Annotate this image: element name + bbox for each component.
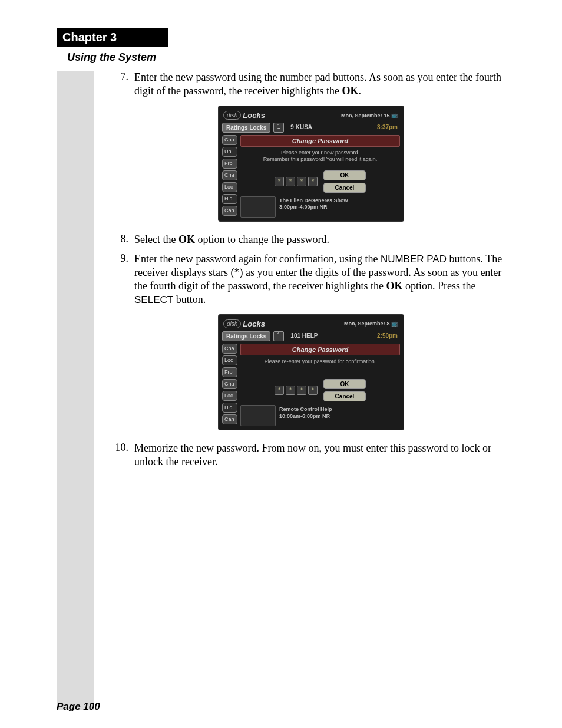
step-number: 8.: [107, 233, 134, 246]
screen-title: Locks: [243, 319, 265, 328]
side-tabs: Cha Loc Fro Cha Loc Hid Can: [222, 344, 237, 426]
password-digit: *: [308, 386, 318, 395]
select-label: SELECT: [134, 294, 173, 305]
password-field[interactable]: * * * *: [275, 177, 318, 186]
side-tabs: Cha Unl Fro Cha Loc Hid Can: [222, 135, 237, 218]
side-tab[interactable]: Loc: [222, 391, 237, 401]
date-label: Mon, September 15 📺: [341, 113, 398, 118]
password-digit: *: [297, 177, 306, 186]
step-number: 10.: [107, 442, 134, 469]
ok-label: OK: [342, 85, 358, 97]
dialog-title: Change Password: [240, 344, 400, 355]
password-digit: *: [275, 177, 284, 186]
step-text: Memorize the new password. From now on, …: [134, 442, 515, 469]
text: .: [358, 85, 361, 97]
screen-title: Locks: [243, 111, 265, 120]
channel-number: 1: [273, 123, 284, 133]
side-tab[interactable]: Cha: [222, 379, 237, 389]
ratings-locks-tab[interactable]: Ratings Locks: [222, 331, 270, 341]
dish-logo: dish: [223, 319, 241, 328]
ok-label: OK: [386, 280, 402, 292]
clock: 3:37pm: [375, 123, 400, 133]
dialog-message: Please re-enter your password for confir…: [240, 358, 400, 365]
channel-name: 9 KUSA: [287, 123, 372, 133]
password-digit: *: [286, 386, 295, 395]
ok-button[interactable]: OK: [323, 170, 366, 180]
password-digit: *: [297, 386, 306, 395]
text: option. Press the: [402, 280, 475, 292]
clock: 2:50pm: [375, 331, 400, 341]
dish-logo: dish: [223, 111, 241, 120]
side-tab[interactable]: Fro: [222, 367, 237, 377]
step-text: Enter the new password using the number …: [134, 71, 515, 98]
side-tab[interactable]: Unl: [222, 147, 237, 157]
side-tab[interactable]: Can: [222, 414, 237, 424]
side-tab[interactable]: Fro: [222, 159, 237, 169]
section-title: Using the System: [67, 51, 515, 64]
ok-label: OK: [178, 233, 195, 245]
screenshot-1: dish Locks Mon, September 15 📺 Ratings L…: [219, 106, 404, 221]
side-tab[interactable]: Loc: [222, 182, 237, 192]
side-tab[interactable]: Hid: [222, 403, 237, 413]
text: Enter the new password using the number …: [134, 71, 501, 97]
step-7: 7. Enter the new password using the numb…: [107, 71, 515, 98]
password-field[interactable]: * * * *: [275, 386, 318, 395]
side-tab[interactable]: Cha: [222, 135, 237, 145]
step-text: Enter the new password again for confirm…: [134, 252, 515, 307]
side-tab[interactable]: Cha: [222, 170, 237, 180]
step-text: Select the OK option to change the passw…: [134, 233, 515, 246]
step-9: 9. Enter the new password again for conf…: [107, 252, 515, 307]
ratings-locks-tab[interactable]: Ratings Locks: [222, 123, 270, 133]
side-tab[interactable]: Hid: [222, 194, 237, 204]
dialog-title: Change Password: [240, 135, 400, 147]
step-number: 7.: [107, 71, 134, 98]
text: option to change the password.: [195, 233, 329, 245]
password-digit: *: [286, 177, 295, 186]
password-digit: *: [275, 386, 284, 395]
number-pad-label: NUMBER PAD: [381, 253, 447, 265]
channel-number: 1: [273, 331, 284, 341]
side-tab[interactable]: Loc: [222, 355, 237, 365]
step-number: 9.: [107, 252, 134, 307]
ok-button[interactable]: OK: [323, 379, 366, 389]
text: Enter the new password again for confirm…: [134, 253, 381, 265]
side-tab[interactable]: Cha: [222, 344, 237, 354]
side-tab[interactable]: Can: [222, 206, 237, 216]
step-10: 10. Memorize the new password. From now …: [107, 442, 515, 469]
screenshot-2: dish Locks Mon, September 8 📺 Ratings Lo…: [219, 315, 404, 430]
step-8: 8. Select the OK option to change the pa…: [107, 233, 515, 246]
cancel-button[interactable]: Cancel: [323, 391, 366, 401]
program-info: The Ellen DeGeneres Show 3:00pm-4:00pm N…: [279, 196, 400, 218]
date-label: Mon, September 8 📺: [344, 321, 398, 327]
text: Select the: [134, 233, 178, 245]
program-thumbnail: [240, 196, 276, 218]
program-info: Remote Control Help 10:00am-6:00pm NR: [279, 405, 400, 426]
page-number: Page 100: [57, 701, 100, 713]
password-digit: *: [308, 177, 318, 186]
program-thumbnail: [240, 405, 276, 426]
cancel-button[interactable]: Cancel: [323, 183, 366, 193]
dialog-message: Please enter your new password. Remember…: [240, 150, 400, 163]
chapter-label: Chapter 3: [57, 28, 168, 47]
channel-name: 101 HELP: [287, 331, 372, 341]
margin-band: [57, 71, 94, 710]
text: button.: [173, 294, 206, 305]
